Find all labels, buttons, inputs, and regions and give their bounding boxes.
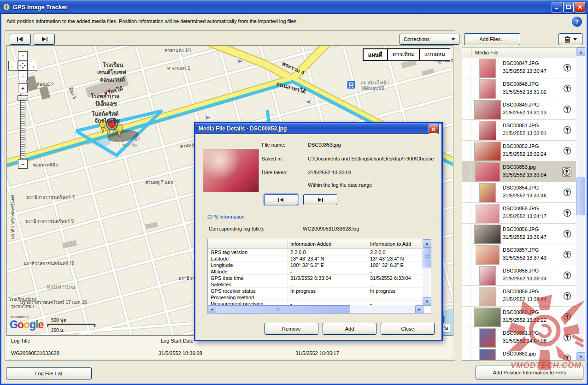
media-file-row[interactable]: DSC00849.JPG31/5/2552 13:31:23 [462, 99, 576, 120]
gps-pin-icon[interactable] [563, 313, 571, 321]
media-file-row[interactable]: DSC00851.JPG31/5/2552 13:32:01 [462, 120, 576, 141]
zoom-slider-thumb[interactable] [18, 95, 28, 101]
gps-table-cell: - [288, 268, 367, 275]
gps-table-cell: Latitude [208, 255, 288, 262]
map-tab-active[interactable]: แผนที่ [363, 48, 388, 61]
scrollbar-thumb[interactable] [216, 305, 350, 314]
media-list-scrollbar[interactable]: ▲ ▼ [576, 47, 584, 360]
gps-pin-icon[interactable] [563, 84, 571, 93]
map-label: ชุมชนวิทยา [11, 303, 34, 309]
media-file-row[interactable]: DSC00847.JPG31/5/2552 13:30:47 [462, 58, 576, 78]
media-list-header[interactable]: Media File [462, 47, 576, 58]
map-tab-inactive[interactable]: ดาวเทียม [388, 48, 420, 61]
map-label: ซปาร์ค [122, 142, 138, 148]
diagonal-arrow-icon [444, 326, 448, 331]
gps-pin-icon[interactable] [563, 209, 571, 217]
scroll-down-button[interactable]: ▼ [423, 297, 431, 306]
close-dialog-button[interactable]: Close [381, 323, 435, 335]
gps-pin-icon[interactable] [563, 64, 571, 72]
chevron-down-icon [451, 38, 455, 41]
scroll-up-button[interactable]: ▲ [423, 239, 431, 248]
gps-pin-icon[interactable] [563, 250, 571, 259]
delete-files-dropdown-button[interactable] [559, 33, 582, 45]
gps-pin-icon[interactable] [562, 167, 571, 177]
media-file-name: DSC00861.JPG [503, 330, 539, 336]
media-file-row[interactable]: DSC00859.JPG31/5/2552 13:38:44 [462, 286, 576, 307]
media-file-date: 31/5/2552 13:33:04 [503, 172, 547, 178]
media-thumbnail [479, 349, 496, 360]
pan-down-button[interactable]: ↓ [18, 71, 28, 80]
media-file-name: DSC00857.JPG [503, 247, 539, 253]
media-file-name: DSC00849.JPG [503, 102, 539, 107]
previous-point-button[interactable] [10, 34, 31, 45]
zoom-in-button[interactable]: + [18, 83, 28, 93]
add-position-button[interactable]: Add Position Information to Files [476, 366, 583, 379]
photo-preview [203, 149, 259, 192]
media-file-list[interactable]: DSC00847.JPG31/5/2552 13:30:47DSC00848.J… [462, 58, 576, 360]
next-point-button[interactable] [34, 34, 55, 45]
media-file-row[interactable]: DSC00855.JPG31/5/2552 13:34:17 [462, 203, 576, 224]
help-button[interactable]: ? [572, 17, 582, 27]
dialog-close-button[interactable] [429, 124, 438, 134]
add-button[interactable]: Add [323, 323, 376, 335]
media-file-row[interactable]: DSC00858.JPG31/5/2552 13:38:34 [462, 265, 576, 286]
gps-pin-icon[interactable] [563, 230, 571, 238]
scrollbar-thumb[interactable] [576, 178, 585, 215]
remove-button[interactable]: Remove [265, 323, 318, 335]
corresponding-log-value: WG20090531033628.log [303, 226, 359, 231]
gps-pin-icon[interactable] [563, 271, 571, 279]
minimize-button[interactable] [552, 2, 562, 12]
media-file-date: 31/5/2552 13:36:47 [503, 234, 547, 240]
dialog-title-bar: Media File Details - DSC00853.jpg [195, 123, 439, 134]
media-file-name: DSC00855.JPG [503, 206, 539, 211]
pan-right-button[interactable]: → [28, 61, 37, 71]
media-file-row[interactable]: DSC00862.jpg31/5/2552 14:07:52 [462, 348, 576, 360]
media-file-date: 31/5/2552 13:38:34 [503, 276, 547, 281]
media-file-row[interactable]: DSC00861.JPG31/5/2552 14:07:08 [462, 327, 576, 348]
media-file-row[interactable]: DSC00852.JPG31/5/2552 13:32:24 [462, 141, 576, 161]
file-name-label: File name: [262, 142, 285, 148]
gps-pin-icon[interactable] [563, 354, 571, 360]
map-tab-inactive[interactable]: แบบผสม [419, 48, 450, 61]
gps-column-header: Information Added [288, 239, 367, 249]
media-file-row[interactable]: DSC00860.JPG31/5/2552 13:39:22 [462, 307, 576, 327]
scroll-left-button[interactable]: ◄ [208, 305, 216, 314]
add-files-button[interactable]: Add Files... [464, 33, 520, 45]
zoom-out-button[interactable]: − [18, 159, 28, 169]
log-file-list-button[interactable]: Log File List [6, 367, 92, 379]
media-file-date: 31/5/2552 13:32:01 [503, 130, 547, 136]
scroll-right-button[interactable]: ► [415, 305, 423, 314]
maximize-button[interactable] [563, 2, 574, 12]
corrections-dropdown[interactable]: Corrections [400, 34, 459, 45]
gps-pin-icon[interactable] [563, 292, 571, 300]
dialog-previous-button[interactable] [264, 194, 298, 205]
media-file-name: DSC00852.JPG [503, 143, 539, 149]
media-file-row[interactable]: DSC00854.JPG31/5/2552 13:33:46 [462, 182, 576, 203]
scroll-up-button[interactable]: ▲ [576, 47, 585, 56]
media-file-row[interactable]: DSC00848.JPG31/5/2552 13:31:02 [462, 78, 576, 99]
pan-up-button[interactable]: ↑ [18, 51, 28, 61]
media-file-row[interactable]: DSC00856.JPG31/5/2552 13:36:47 [462, 224, 576, 244]
gps-pin-icon[interactable] [563, 188, 571, 196]
media-thumbnail [479, 79, 496, 99]
gps-pin-icon[interactable] [563, 147, 571, 155]
map-label: โบสถ์คริสต์ [91, 110, 118, 117]
gps-table-vscrollbar[interactable]: ▲ ▼ [423, 239, 430, 305]
media-file-row[interactable]: DSC00857.JPG31/5/2552 13:37:43 [462, 244, 576, 265]
gps-pin-icon[interactable] [563, 105, 571, 113]
pan-center-button[interactable] [18, 61, 28, 71]
gps-pin-icon[interactable] [563, 126, 571, 134]
saved-in-label: Saved in: [262, 156, 283, 161]
map-label: เซนต์โยเซฟ [97, 69, 126, 76]
trash-icon [564, 36, 570, 43]
gps-table-hscrollbar[interactable]: ◄ ► [208, 305, 423, 313]
scroll-down-button[interactable]: ▼ [576, 352, 585, 361]
pan-left-button[interactable]: ← [8, 61, 18, 71]
close-button[interactable] [575, 2, 585, 12]
scrollbar-thumb[interactable] [423, 247, 431, 267]
title-bar: GPS Image Tracker [0, 0, 588, 14]
gps-pin-icon[interactable] [563, 333, 571, 342]
zoom-slider-track[interactable] [20, 94, 25, 159]
dialog-next-button[interactable] [303, 194, 337, 205]
media-file-row-selected[interactable]: DSC00853.jpg31/5/2552 13:33:04 [462, 161, 576, 182]
